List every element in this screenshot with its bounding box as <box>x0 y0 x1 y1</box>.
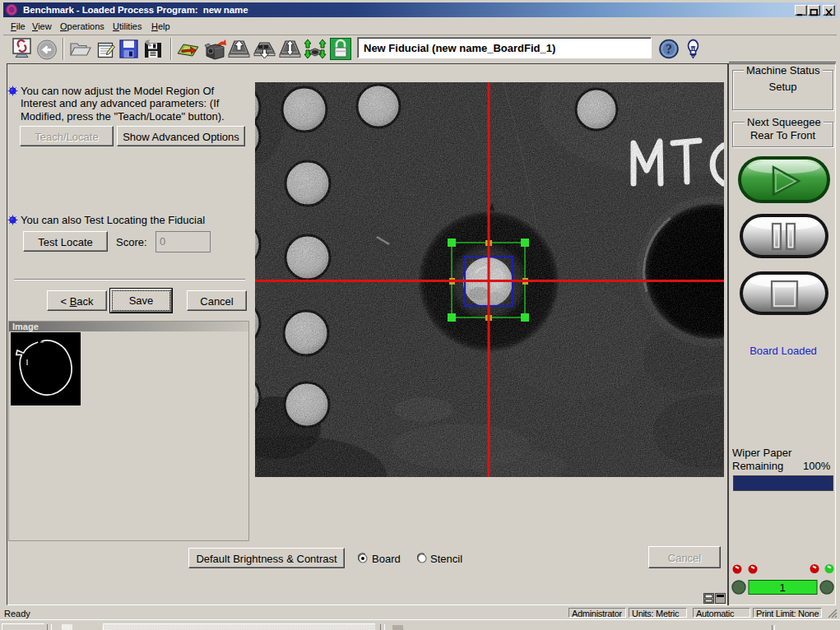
svg-text:1: 1 <box>779 581 785 594</box>
svg-text:?: ? <box>666 42 672 56</box>
